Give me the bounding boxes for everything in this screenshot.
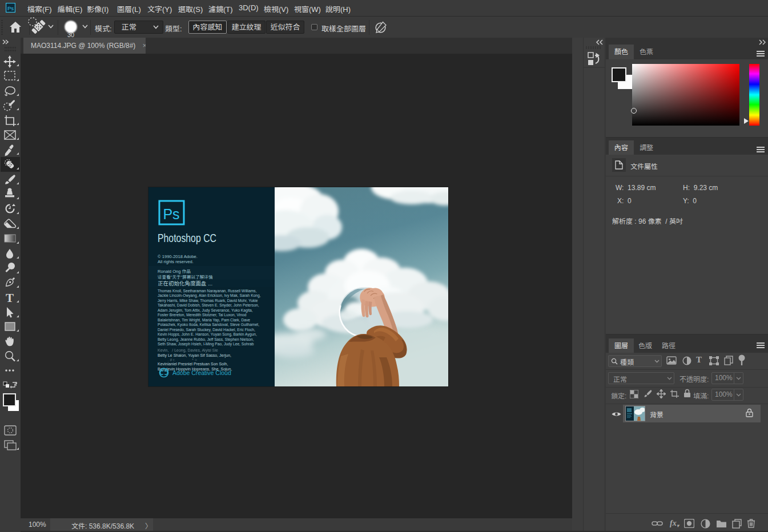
svg-text:Kevinianiel Presniel Prestuan: Kevinianiel Presniel Prestuan Son Solh, <box>158 362 228 366</box>
svg-text:Ps: Ps <box>163 206 179 222</box>
svg-text:Adobe Creative Cloud: Adobe Creative Cloud <box>172 369 231 376</box>
svg-text:Daniel Presedo, Sarah Stuckey,: Daniel Presedo, Sarah Stuckey, David Hac… <box>158 328 255 332</box>
svg-text:Adam Jerugim, Tom Attix, Judy: Adam Jerugim, Tom Attix, Judy Severance,… <box>158 308 253 313</box>
svg-text:. # r. * >: . # r. * > <box>158 358 199 362</box>
svg-text:All rights reserved.: All rights reserved. <box>158 259 194 264</box>
svg-text:Polaschek, Kyoko Itoda, Kellis: Polaschek, Kyoko Itoda, Kellisa Sandoval… <box>158 323 259 327</box>
svg-text:Betty Le Shaion, Yuyan Sif Sas: Betty Le Shaion, Yuyan Sif Sasso, Jerjun… <box>158 353 231 358</box>
svg-text:请查看"关于"屏幕以了解详情: 请查看"关于"屏幕以了解详情 <box>158 275 213 280</box>
svg-text:Seth Shaw, Joseph Hsieh, I-Min: Seth Shaw, Joseph Hsieh, I-Ming Pao, Jud… <box>158 342 254 346</box>
svg-text:Ronald Ong 作品: Ronald Ong 作品 <box>158 269 191 274</box>
svg-text:Kevin Hopps, John E. Hanson, Y: Kevin Hopps, John E. Hanson, Yuyan Song,… <box>158 332 257 337</box>
svg-text:Photoshop CC: Photoshop CC <box>158 232 216 244</box>
svg-text:Kevin, / Leong, Davies, Alyi: Kevin, / Leong, Davies, Alyisi Sie <box>158 348 218 353</box>
svg-text:Balakrishnan, Tim Wright, Mari: Balakrishnan, Tim Wright, Maria Yap, Pam… <box>158 318 250 323</box>
svg-text:正在初始化角度面盘 ...: 正在初始化角度面盘 ... <box>158 280 212 287</box>
svg-text:Ps: Ps <box>7 5 14 11</box>
svg-text:© 1990-2018 Adobe.: © 1990-2018 Adobe. <box>158 254 198 259</box>
svg-text:Thomas Knoll, Seetharaman Nara: Thomas Knoll, Seetharaman Narayanan, Rus… <box>158 289 257 293</box>
svg-text:Jerry Harris, Mike Shaw, Thoma: Jerry Harris, Mike Shaw, Thomas Ruark, D… <box>158 299 258 303</box>
svg-text:Foster Brereton, Meredith Stot: Foster Brereton, Meredith Stotzner, Tai … <box>158 313 247 317</box>
svg-text:Betty Leong, Jeanne Rubbo, Jef: Betty Leong, Jeanne Rubbo, Jeff Sass, St… <box>158 337 254 342</box>
svg-text:Takahashi, David Dobish, Steve: Takahashi, David Dobish, Steven E. Snyde… <box>158 303 259 308</box>
svg-text:Jackie Lincoln-Owyang, Alan Er: Jackie Lincoln-Owyang, Alan Erickson, Iv… <box>158 293 261 298</box>
svg-text:T: T <box>6 291 14 305</box>
